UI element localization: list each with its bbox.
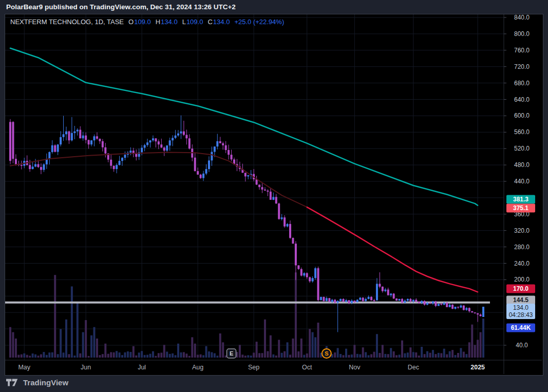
attribution-bar: PolarBear9 published on TradingView.com,… — [0, 0, 548, 14]
price-tick: 600.0 — [514, 112, 530, 119]
symbol-legend[interactable]: NEXTFERM TECHNOLOG, 1D, TASE O109.0 H134… — [10, 18, 284, 26]
svg-text:61.44K: 61.44K — [511, 324, 531, 331]
svg-text:E: E — [230, 350, 233, 357]
split-badge[interactable]: S — [322, 349, 331, 358]
ma-lines — [10, 48, 478, 292]
price-tick: 760.0 — [514, 47, 530, 54]
tradingview-snapshot: PolarBear9 published on TradingView.com,… — [0, 0, 548, 392]
ma-fast-early-dark — [10, 152, 307, 207]
month-label: Dec — [408, 364, 419, 371]
axis-label-hline: 144.5 — [506, 296, 535, 305]
month-label: Jul — [138, 364, 146, 371]
axis-label-volume: 61.44K — [506, 324, 535, 332]
attribution-text: PolarBear9 published on TradingView.com,… — [6, 3, 236, 11]
chart-panel[interactable]: NEXTFERM TECHNOLOG, 1D, TASE O109.0 H134… — [5, 14, 543, 376]
axis-label-price: 134.004:28:43 — [506, 304, 535, 319]
price-tick: 720.0 — [514, 63, 530, 70]
price-tick: 840.0 — [514, 14, 530, 21]
price-tick: 680.0 — [514, 80, 530, 87]
axis-label-ma_mid: 375.1 — [506, 204, 535, 213]
volume-bars — [9, 272, 484, 358]
price-tick: 800.0 — [514, 30, 530, 38]
chart-canvas[interactable]: ES840.0800.0760.0720.0680.0640.0600.0560… — [5, 14, 542, 374]
legend-high: H134.0 — [156, 18, 178, 26]
change-value: +25.0 (+22.94%) — [234, 18, 284, 26]
price-tick: 40.0 — [516, 342, 528, 349]
svg-text:134.0: 134.0 — [513, 304, 528, 311]
legend-close: C134.0 — [207, 18, 230, 26]
month-label: Aug — [192, 364, 203, 371]
earnings-badge[interactable]: E — [227, 349, 236, 358]
legend-open: O109.0 — [128, 18, 151, 26]
svg-text:S: S — [325, 350, 328, 357]
svg-text:144.5: 144.5 — [513, 296, 528, 304]
month-label: Sep — [248, 364, 259, 371]
month-label: 2025 — [470, 364, 485, 371]
candles — [9, 116, 484, 332]
price-tick: 280.0 — [514, 244, 530, 251]
price-tick: 200.0 — [514, 276, 530, 283]
price-tick: 240.0 — [514, 260, 530, 267]
tradingview-logo-icon — [6, 379, 20, 387]
price-tick: 480.0 — [514, 161, 530, 169]
legend-low: L109.0 — [182, 18, 203, 26]
month-label: Nov — [349, 364, 361, 371]
price-tick: 560.0 — [514, 128, 530, 136]
svg-text:04:28:43: 04:28:43 — [509, 311, 533, 319]
ma-fast-red — [307, 207, 478, 292]
tradingview-logo[interactable]: TradingView — [6, 378, 68, 387]
svg-text:381.3: 381.3 — [513, 196, 528, 203]
price-tick: 520.0 — [514, 145, 530, 152]
price-tick: 640.0 — [514, 96, 530, 103]
month-label: Oct — [302, 364, 312, 371]
grid-lines — [5, 14, 504, 360]
month-label: May — [18, 364, 30, 371]
time-axis: MayJunJulAugSepOctNovDec2025 — [18, 364, 485, 371]
price-tick: 440.0 — [514, 178, 530, 185]
symbol-title: NEXTFERM TECHNOLOG, 1D, TASE — [10, 18, 124, 26]
axis-label-ma_fast: 170.0 — [506, 285, 535, 293]
axis-label-ma_slow: 381.3 — [506, 195, 535, 204]
svg-text:375.1: 375.1 — [513, 204, 528, 212]
month-label: Jun — [81, 364, 91, 371]
price-tick: 320.0 — [514, 227, 530, 234]
svg-text:170.0: 170.0 — [513, 285, 528, 292]
tradingview-logo-text: TradingView — [23, 378, 68, 387]
